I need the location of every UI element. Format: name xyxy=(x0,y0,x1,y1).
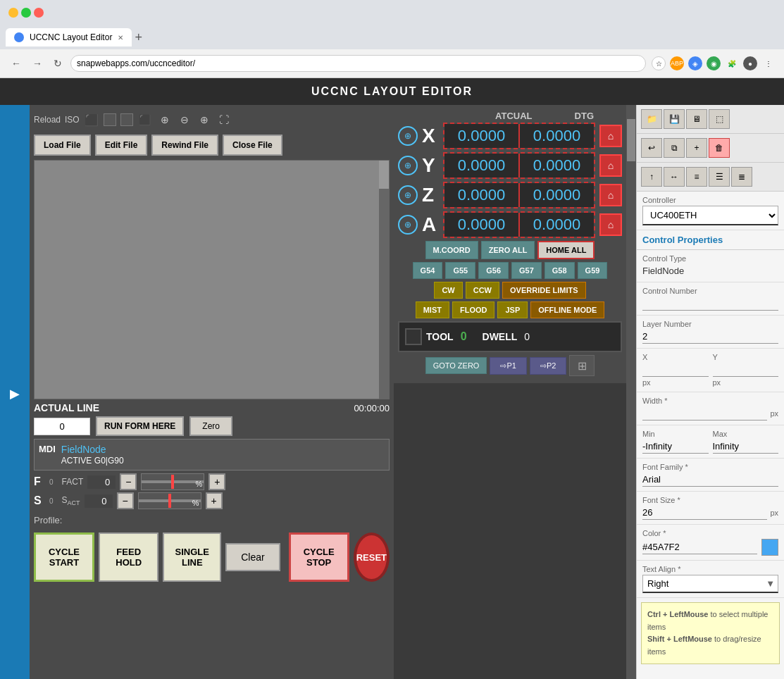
g56-button[interactable]: G56 xyxy=(478,262,509,279)
tab-close-icon[interactable]: ✕ xyxy=(118,34,123,42)
clear-button[interactable]: Clear xyxy=(225,543,280,571)
rt-duplicate-icon[interactable]: ⧉ xyxy=(664,138,685,158)
edit-file-button[interactable]: Edit File xyxy=(95,135,148,156)
cycle-start-button[interactable]: CYCLE START xyxy=(34,532,94,582)
single-line-button[interactable]: SINGLE LINE xyxy=(163,532,221,582)
menu-icon[interactable]: ⋮ xyxy=(761,56,776,70)
rt-delete-icon[interactable]: 🗑 xyxy=(709,138,730,158)
rewind-file-button[interactable]: Rewind File xyxy=(151,135,218,156)
run-form-here-button[interactable]: RUN FORM HERE xyxy=(96,416,184,436)
mist-button[interactable]: MIST xyxy=(416,301,449,318)
goto-zero-button[interactable]: GOTO ZERO xyxy=(425,357,487,374)
jsp-button[interactable]: JSP xyxy=(497,301,528,318)
cube4-icon[interactable]: ⬛ xyxy=(137,112,153,127)
rt-align-center-icon[interactable]: ☰ xyxy=(709,167,730,187)
max-input[interactable] xyxy=(713,440,779,454)
crosshair-icon[interactable]: ⊕ xyxy=(157,112,173,127)
zero-button[interactable]: Zero xyxy=(189,416,232,436)
flood-button[interactable]: FLOOD xyxy=(452,301,495,318)
p2-button[interactable]: ⇨P2 xyxy=(530,357,566,375)
fullscreen-icon[interactable]: ⛶ xyxy=(216,112,232,127)
a-target-icon[interactable]: ⊕ xyxy=(398,215,418,235)
reset-button[interactable]: RESET xyxy=(354,532,390,582)
reload-button[interactable]: ↻ xyxy=(51,55,65,72)
y-input[interactable] xyxy=(713,363,779,377)
plus-zoom-icon[interactable]: ⊕ xyxy=(197,112,212,127)
new-tab-button[interactable]: + xyxy=(135,30,142,45)
g57-button[interactable]: G57 xyxy=(511,262,542,279)
url-input[interactable] xyxy=(70,55,646,72)
vertical-scrollbar[interactable] xyxy=(626,105,636,679)
rt-save-icon[interactable]: 💾 xyxy=(664,109,685,129)
rt-folder-icon[interactable]: 📁 xyxy=(641,109,662,129)
g55-button[interactable]: G55 xyxy=(445,262,475,279)
mcoord-button[interactable]: M.COORD xyxy=(425,241,478,259)
layer-number-input[interactable] xyxy=(642,330,778,344)
s-slider[interactable]: % xyxy=(138,492,201,509)
active-tab[interactable]: UCCNC Layout Editor ✕ xyxy=(6,28,132,46)
rt-copy2-icon[interactable]: ⬚ xyxy=(709,109,730,129)
cycle-stop-button[interactable]: CYCLE STOP xyxy=(289,532,349,582)
f-minus-button[interactable]: − xyxy=(120,473,137,490)
offline-mode-button[interactable]: OFFLINE MODE xyxy=(530,301,604,318)
grip-button[interactable]: ⊞ xyxy=(569,355,595,376)
load-file-button[interactable]: Load File xyxy=(34,135,91,156)
forward-button[interactable]: → xyxy=(30,55,45,72)
cube1-icon[interactable]: ⬛ xyxy=(84,112,99,127)
actual-line-input[interactable] xyxy=(34,418,90,435)
rt-monitor-icon[interactable]: 🖥 xyxy=(686,109,707,129)
f-slider[interactable]: % xyxy=(141,473,204,490)
override-limits-button[interactable]: OVERRIDE LIMITS xyxy=(502,282,586,299)
close-file-button[interactable]: Close File xyxy=(223,135,282,156)
f-plus-button[interactable]: + xyxy=(209,473,225,490)
s-minus-button[interactable]: − xyxy=(117,492,134,509)
rt-arrows-icon[interactable]: ↔ xyxy=(664,167,685,187)
rt-align-left-icon[interactable]: ≡ xyxy=(686,167,707,187)
minimize-button[interactable] xyxy=(8,8,18,18)
cw-button[interactable]: CW xyxy=(434,282,462,299)
cube3-icon[interactable] xyxy=(120,113,133,126)
g58-button[interactable]: G58 xyxy=(545,262,575,279)
y-home-button[interactable]: ⌂ xyxy=(599,154,622,177)
rt-align-right-icon[interactable]: ≣ xyxy=(731,167,752,187)
rt-add-icon[interactable]: + xyxy=(686,138,707,158)
ext2-icon[interactable]: ◉ xyxy=(707,56,721,70)
a-home-button[interactable]: ⌂ xyxy=(599,213,622,236)
color-box[interactable] xyxy=(761,539,778,556)
s-plus-button[interactable]: + xyxy=(206,492,223,509)
left-arrow-icon[interactable]: ▶ xyxy=(10,386,20,401)
abp-icon[interactable]: ABP xyxy=(670,56,684,70)
controller-select[interactable]: UC400ETH xyxy=(642,206,778,225)
canvas-scrollbar[interactable] xyxy=(379,161,389,399)
width-input[interactable] xyxy=(642,406,767,421)
extensions-icon[interactable]: 🧩 xyxy=(725,56,739,70)
zero-all-button[interactable]: ZERO ALL xyxy=(481,241,535,259)
feed-hold-button[interactable]: FEED HOLD xyxy=(99,532,158,582)
g59-button[interactable]: G59 xyxy=(578,262,608,279)
font-family-input[interactable] xyxy=(642,473,778,487)
minus-zoom-icon[interactable]: ⊖ xyxy=(177,112,192,127)
p1-button[interactable]: ⇨P1 xyxy=(490,357,526,375)
rt-undo-icon[interactable]: ↩ xyxy=(641,138,662,158)
g54-button[interactable]: G54 xyxy=(413,262,443,279)
rt-up-icon[interactable]: ↑ xyxy=(641,167,662,187)
ccw-button[interactable]: CCW xyxy=(466,282,499,299)
back-button[interactable]: ← xyxy=(8,55,24,72)
z-target-icon[interactable]: ⊕ xyxy=(398,185,418,205)
close-button[interactable] xyxy=(34,8,44,18)
bookmark-icon[interactable]: ☆ xyxy=(652,56,666,70)
control-number-input[interactable] xyxy=(642,297,778,311)
x-target-icon[interactable]: ⊕ xyxy=(398,126,418,146)
x-home-button[interactable]: ⌂ xyxy=(599,125,622,147)
color-input[interactable] xyxy=(642,540,757,554)
cube2-icon[interactable] xyxy=(104,113,116,126)
z-home-button[interactable]: ⌂ xyxy=(599,184,622,206)
y-target-icon[interactable]: ⊕ xyxy=(398,156,418,175)
maximize-button[interactable] xyxy=(21,8,31,18)
ext1-icon[interactable]: ◈ xyxy=(688,56,702,70)
text-align-dropdown[interactable]: Right ▼ xyxy=(642,575,778,593)
profile-icon[interactable]: ● xyxy=(743,56,757,70)
home-all-button[interactable]: HOME ALL xyxy=(537,241,595,259)
min-input[interactable] xyxy=(642,440,709,454)
x-input[interactable] xyxy=(642,363,709,377)
